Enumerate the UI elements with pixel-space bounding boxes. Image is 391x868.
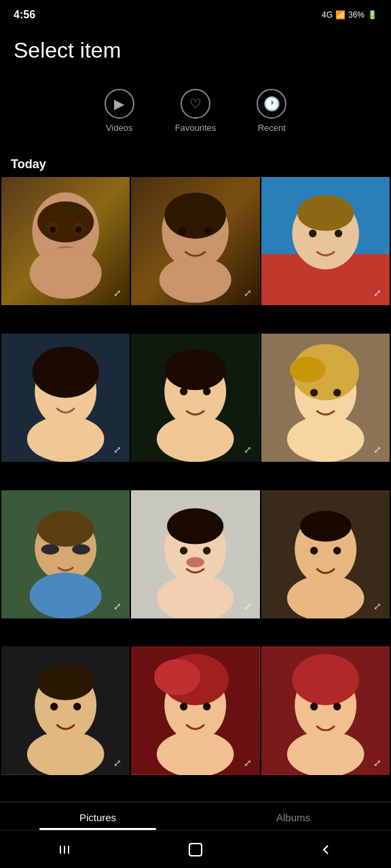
expand-icon-11: ⤢ bbox=[240, 755, 256, 771]
svg-point-37 bbox=[287, 416, 365, 462]
expand-icon-6: ⤢ bbox=[369, 441, 386, 458]
photo-item-12[interactable]: ⤢ bbox=[261, 646, 390, 774]
expand-icon-3: ⤢ bbox=[369, 285, 386, 301]
svg-point-4 bbox=[50, 226, 56, 233]
svg-rect-76 bbox=[60, 846, 61, 854]
expand-icon-10: ⤢ bbox=[109, 755, 126, 771]
tab-albums[interactable]: Albums bbox=[196, 802, 391, 830]
nav-back-button[interactable] bbox=[305, 836, 346, 863]
photo-grid: ⤢ ⤢ ⤢ bbox=[0, 177, 391, 802]
photo-item-7[interactable]: ⤢ bbox=[1, 490, 130, 618]
svg-point-27 bbox=[165, 349, 227, 390]
svg-point-54 bbox=[310, 547, 318, 554]
category-favourites[interactable]: ♡ Favourites bbox=[175, 89, 217, 133]
svg-point-43 bbox=[30, 572, 102, 618]
svg-point-9 bbox=[165, 193, 227, 239]
expand-icon-12: ⤢ bbox=[369, 755, 386, 771]
svg-point-47 bbox=[180, 547, 187, 554]
svg-point-41 bbox=[41, 544, 60, 554]
svg-point-30 bbox=[157, 416, 234, 462]
svg-rect-78 bbox=[68, 846, 69, 854]
svg-point-35 bbox=[310, 389, 318, 396]
svg-point-29 bbox=[203, 387, 210, 395]
categories-row: ▶ Videos ♡ Favourites 🕐 Recent bbox=[0, 68, 391, 146]
nav-bar bbox=[0, 830, 391, 868]
recent-icon: 🕐 bbox=[257, 89, 286, 119]
recent-label: Recent bbox=[258, 123, 286, 133]
expand-icon-8: ⤢ bbox=[240, 598, 256, 614]
svg-point-48 bbox=[203, 547, 210, 554]
svg-point-28 bbox=[180, 387, 187, 395]
svg-point-18 bbox=[335, 230, 342, 237]
photo-item-9[interactable]: ⤢ bbox=[261, 490, 390, 618]
status-battery-percent: 36% bbox=[348, 10, 365, 20]
svg-point-22 bbox=[50, 387, 58, 395]
status-network: 4G bbox=[322, 10, 333, 20]
photo-item-8[interactable]: ⤢ bbox=[131, 490, 259, 618]
svg-point-7 bbox=[30, 248, 102, 299]
svg-point-10 bbox=[179, 227, 186, 235]
category-recent[interactable]: 🕐 Recent bbox=[257, 89, 286, 133]
svg-rect-77 bbox=[64, 846, 65, 854]
svg-point-40 bbox=[37, 511, 94, 547]
tab-albums-label: Albums bbox=[276, 812, 310, 823]
videos-label: Videos bbox=[106, 123, 133, 133]
nav-home-button[interactable] bbox=[175, 836, 216, 863]
svg-point-73 bbox=[310, 703, 318, 711]
svg-point-16 bbox=[297, 195, 354, 231]
svg-point-21 bbox=[32, 347, 98, 398]
svg-point-53 bbox=[299, 511, 351, 541]
svg-point-12 bbox=[160, 256, 231, 302]
svg-point-68 bbox=[203, 703, 210, 711]
svg-point-60 bbox=[50, 703, 58, 711]
svg-point-66 bbox=[154, 659, 200, 695]
tab-pictures[interactable]: Pictures bbox=[0, 802, 196, 830]
expand-icon-5: ⤢ bbox=[240, 441, 256, 458]
photo-item-5[interactable]: ⤢ bbox=[131, 334, 259, 462]
svg-point-17 bbox=[309, 230, 316, 237]
photo-item-4[interactable]: ⤢ bbox=[1, 334, 130, 462]
tab-pictures-label: Pictures bbox=[79, 812, 116, 823]
photo-item-10[interactable]: ⤢ bbox=[1, 646, 130, 774]
svg-point-1 bbox=[37, 201, 94, 243]
photo-item-2[interactable]: ⤢ bbox=[131, 177, 259, 305]
svg-point-74 bbox=[333, 703, 341, 711]
svg-point-67 bbox=[180, 703, 187, 711]
favourites-icon: ♡ bbox=[181, 89, 210, 119]
expand-icon-2: ⤢ bbox=[240, 285, 256, 301]
svg-point-23 bbox=[73, 387, 81, 395]
status-right: 4G 📶 36% 🔋 bbox=[322, 10, 377, 20]
svg-point-61 bbox=[73, 703, 81, 711]
svg-point-59 bbox=[37, 665, 94, 701]
expand-icon-7: ⤢ bbox=[109, 598, 126, 614]
svg-point-5 bbox=[75, 226, 81, 233]
expand-icon-9: ⤢ bbox=[369, 598, 386, 614]
status-bar: 4:56 4G 📶 36% 🔋 bbox=[0, 0, 391, 27]
photo-item-6[interactable]: ⤢ bbox=[261, 334, 390, 462]
svg-point-42 bbox=[72, 544, 90, 554]
videos-icon: ▶ bbox=[105, 89, 134, 119]
svg-point-55 bbox=[333, 547, 341, 554]
svg-point-72 bbox=[292, 654, 358, 706]
bottom-tabs: Pictures Albums bbox=[0, 802, 391, 830]
photo-item-3[interactable]: ⤢ bbox=[261, 177, 390, 305]
svg-point-34 bbox=[289, 357, 325, 382]
favourites-label: Favourites bbox=[175, 123, 217, 133]
page-title: Select item bbox=[14, 38, 377, 63]
svg-point-46 bbox=[167, 508, 223, 544]
nav-menu-button[interactable] bbox=[45, 836, 86, 863]
svg-point-49 bbox=[187, 557, 205, 567]
status-signal: 📶 bbox=[335, 10, 346, 20]
svg-point-11 bbox=[204, 227, 212, 235]
status-time: 4:56 bbox=[14, 9, 35, 21]
category-videos[interactable]: ▶ Videos bbox=[105, 89, 134, 133]
svg-point-36 bbox=[333, 389, 341, 396]
photo-item-1[interactable]: ⤢ bbox=[1, 177, 130, 305]
header: Select item bbox=[0, 27, 391, 68]
svg-rect-79 bbox=[189, 844, 202, 856]
expand-icon-1: ⤢ bbox=[109, 285, 126, 301]
section-today: Today bbox=[0, 146, 391, 177]
photo-item-11[interactable]: ⤢ bbox=[131, 646, 259, 774]
svg-point-24 bbox=[27, 416, 105, 462]
status-battery-icon: 🔋 bbox=[367, 10, 377, 20]
